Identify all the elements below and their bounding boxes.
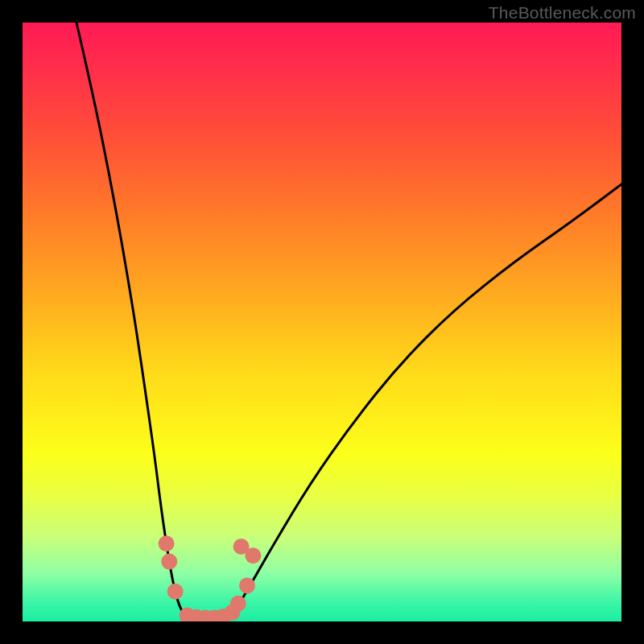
watermark-text: TheBottleneck.com xyxy=(489,3,636,23)
curve-path xyxy=(76,23,621,618)
chart-frame: TheBottleneck.com xyxy=(0,0,644,644)
curve-marker xyxy=(167,584,184,600)
curve-marker xyxy=(159,535,175,551)
curve-marker xyxy=(245,547,261,564)
curve-marker xyxy=(230,596,246,612)
plot-area xyxy=(23,23,621,621)
curve-marker xyxy=(239,577,255,593)
curve-marker xyxy=(161,554,177,570)
bottleneck-curve xyxy=(23,23,621,621)
